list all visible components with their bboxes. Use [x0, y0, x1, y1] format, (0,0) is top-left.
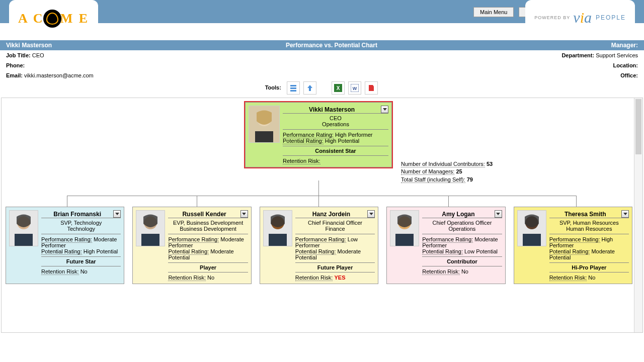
card-dropdown-icon[interactable]: [621, 210, 629, 218]
svg-rect-16: [141, 234, 159, 246]
potential-rating-value: High Potential: [84, 248, 118, 254]
retention-risk-value: No: [588, 275, 595, 281]
svg-rect-19: [269, 234, 287, 246]
performance-rating-value: High Performer: [335, 132, 373, 138]
potential-rating-label[interactable]: Potential Rating:: [422, 248, 463, 255]
stat-managers-value: 25: [456, 168, 462, 174]
card-name: Vikki Masterson: [283, 106, 381, 113]
ninebox-label: Player: [168, 262, 248, 273]
card-dropdown-icon[interactable]: [240, 210, 248, 218]
card-dept: Finance: [295, 226, 375, 232]
ninebox-label: Future Player: [295, 262, 375, 273]
potential-rating-label[interactable]: Potential Rating:: [41, 248, 82, 255]
email-label: Email:: [6, 72, 23, 78]
up-icon[interactable]: [303, 81, 316, 95]
powered-by: POWERED BY via PEOPLE: [525, 0, 635, 33]
avatar: [9, 210, 38, 246]
avatar: [249, 106, 280, 143]
orgchart-icon[interactable]: [287, 81, 300, 95]
card-dropdown-icon[interactable]: [381, 106, 388, 113]
department-label: Department:: [561, 52, 594, 58]
potential-rating-value: High Potential: [325, 138, 360, 144]
retention-risk-label[interactable]: Retention Risk:: [283, 158, 320, 164]
card-dropdown-icon[interactable]: [113, 210, 121, 218]
potential-rating-value: Low Potential: [464, 248, 498, 254]
excel-export-icon[interactable]: X: [332, 81, 345, 95]
card-title: SVP, Human Resources: [549, 220, 629, 226]
location-label: Location:: [613, 62, 638, 68]
logo: A CM E: [9, 0, 98, 39]
card-name: Brian Fromanski: [41, 211, 113, 218]
svg-rect-22: [395, 234, 414, 246]
potential-rating-label[interactable]: Potential Rating:: [283, 138, 324, 144]
card-title: SVP, Technology: [41, 220, 121, 226]
avatar: [136, 210, 165, 246]
retention-risk-label[interactable]: Retention Risk:: [168, 275, 206, 281]
email-value: vikki.masterson@acme.com: [24, 72, 94, 78]
job-title-value: CEO: [32, 52, 44, 58]
retention-risk-label[interactable]: Retention Risk:: [41, 268, 79, 275]
retention-risk-label[interactable]: Retention Risk:: [422, 268, 460, 275]
word-export-icon[interactable]: W: [348, 81, 361, 95]
header-bar: A CM E Main Menu Log off POWERED BY via …: [0, 5, 644, 23]
svg-rect-1: [290, 87, 296, 89]
svg-rect-13: [15, 234, 33, 246]
tools-label: Tools:: [265, 84, 281, 90]
retention-risk-label[interactable]: Retention Risk:: [549, 275, 587, 281]
org-card-root[interactable]: Vikki Masterson CEO Operations Performan…: [245, 102, 392, 167]
svg-rect-2: [290, 90, 296, 92]
card-title: Chief Operations Officer: [422, 220, 502, 226]
svg-rect-25: [523, 234, 541, 246]
ninebox-label: Contributor: [422, 256, 502, 266]
card-name: Theresa Smith: [549, 211, 621, 218]
org-card[interactable]: Russell Kender EVP, Business Development…: [132, 207, 251, 284]
manager-label: Manager:: [611, 42, 638, 49]
svg-rect-10: [255, 131, 273, 142]
retention-risk-value: No: [207, 275, 214, 281]
stat-contributors-label[interactable]: Number of Individual Contributors:: [401, 161, 485, 167]
org-card[interactable]: Theresa Smith SVP, Human Resources Human…: [514, 207, 632, 284]
retention-risk-value: YES: [334, 275, 345, 281]
user-name: Vikki Masterson: [6, 42, 52, 49]
card-name: Hanz Jordein: [295, 211, 367, 218]
stat-total-label[interactable]: Total Staff (including Self):: [401, 176, 465, 183]
pdf-export-icon[interactable]: [365, 81, 378, 95]
ninebox-label: Consistent Star: [283, 146, 388, 156]
phone-label: Phone:: [6, 62, 25, 68]
chart-region: Vikki Masterson CEO Operations Performan…: [1, 98, 643, 333]
globe-icon: [43, 10, 61, 28]
card-dept: Human Resources: [549, 226, 629, 232]
tools-row: Tools: X W: [0, 80, 644, 98]
org-card[interactable]: Amy Logan Chief Operations Officer Opera…: [386, 207, 505, 284]
staff-stats: Number of Individual Contributors: 53 Nu…: [401, 160, 493, 184]
office-label: Office:: [620, 72, 638, 78]
card-dept: Operations: [422, 226, 502, 232]
page-title-bar: Vikki Masterson Performance vs. Potentia…: [0, 40, 644, 50]
card-title: Chief Financial Officer: [295, 220, 375, 226]
retention-risk-label[interactable]: Retention Risk:: [295, 275, 333, 281]
card-name: Amy Logan: [422, 211, 494, 218]
svg-text:X: X: [337, 85, 340, 91]
card-dropdown-icon[interactable]: [367, 210, 375, 218]
main-menu-button[interactable]: Main Menu: [473, 7, 514, 17]
card-title: EVP, Business Development: [168, 220, 248, 226]
ninebox-label: Hi-Pro Player: [549, 262, 629, 273]
svg-text:W: W: [353, 86, 357, 91]
stat-contributors-value: 53: [487, 161, 493, 167]
card-title: CEO: [283, 115, 388, 121]
org-card[interactable]: Hanz Jordein Chief Financial Officer Fin…: [260, 207, 378, 284]
card-dept: Technology: [41, 226, 121, 232]
org-card[interactable]: Brian Fromanski SVP, Technology Technolo…: [6, 207, 124, 284]
page-title: Performance vs. Potential Chart: [286, 42, 377, 49]
job-title-label: Job Title:: [6, 52, 31, 58]
stat-managers-label[interactable]: Number of Managers:: [401, 168, 454, 175]
ninebox-label: Future Star: [41, 256, 121, 266]
card-dept: Business Development: [168, 226, 248, 232]
avatar: [517, 210, 546, 246]
department-value: Support Services: [596, 52, 638, 58]
avatar: [263, 210, 292, 246]
card-dept: Operations: [283, 121, 388, 127]
card-dropdown-icon[interactable]: [495, 210, 502, 218]
retention-risk-value: No: [80, 268, 88, 275]
scrollbar[interactable]: [634, 98, 642, 332]
